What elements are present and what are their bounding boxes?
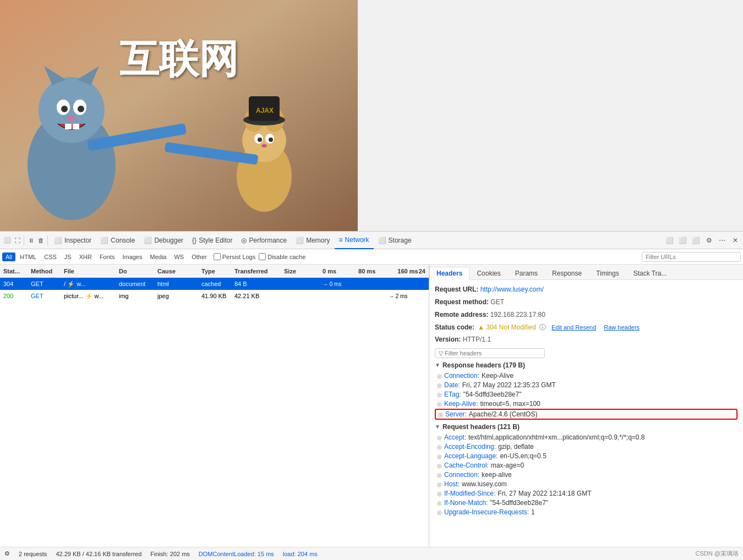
- network-table: Stat... Method File Do Cause Type Transf…: [0, 265, 429, 547]
- status-code-row: Status code: ▲ 304 Not Modified ⓘ Edit a…: [435, 323, 737, 332]
- request-header-connection: ◎ Connection: keep-alive: [435, 470, 737, 479]
- transferred-info: 42.29 KB / 42.16 KB transferred: [56, 551, 141, 557]
- right-panel: Headers Cookies Params Response Timings …: [429, 265, 743, 547]
- devtools-subtoolbar: All HTML CSS JS XHR Fonts Images Media W…: [0, 249, 743, 265]
- status-code-label: Status code:: [435, 323, 474, 331]
- tab-response[interactable]: Response: [545, 267, 589, 279]
- svg-point-2: [39, 77, 105, 143]
- tab-timings[interactable]: Timings: [589, 267, 626, 279]
- filter-headers-input[interactable]: [435, 348, 545, 358]
- disable-cache-checkbox[interactable]: [259, 253, 266, 260]
- request-headers-section[interactable]: ▼ Request headers (121 B): [435, 423, 737, 431]
- more-icon[interactable]: ⋯: [717, 235, 728, 246]
- table-row[interactable]: 304 GET / ⚡ w... document html cached 84…: [0, 278, 429, 290]
- tab-cookies[interactable]: Cookies: [469, 267, 507, 279]
- row2-timeline-text: → 2 ms: [389, 293, 407, 299]
- load-time[interactable]: load: 204 ms: [283, 551, 318, 557]
- svg-point-7: [61, 106, 68, 112]
- header-value: text/html,application/xhtml+xm...plicati…: [468, 433, 645, 441]
- filter-headers-row: [435, 348, 737, 358]
- raw-headers-button[interactable]: Raw headers: [602, 323, 642, 331]
- filter-ws-btn[interactable]: WS: [171, 252, 187, 261]
- tab-performance[interactable]: ◎ Performance: [237, 232, 291, 249]
- header-value: Apache/2.4.6 (CentOS): [469, 410, 538, 418]
- row2-method: GET: [28, 293, 61, 299]
- memory-label: Memory: [306, 237, 330, 244]
- filter-other-btn[interactable]: Other: [188, 252, 210, 261]
- timeline-0ms: 0 ms: [323, 268, 336, 274]
- timeline-24: 24: [419, 268, 425, 274]
- remote-address-label: Remote address:: [435, 311, 488, 319]
- header-icon: ◎: [437, 392, 442, 398]
- memory-icon: ⬜: [296, 237, 304, 244]
- row2-type: 41.90 KB: [198, 293, 231, 299]
- toolbar-separator: [24, 235, 24, 245]
- row2-timeline: → 2 ms: [319, 293, 429, 299]
- clear-icon[interactable]: 🗑: [36, 235, 46, 245]
- tab-stack-trace[interactable]: Stack Tra...: [626, 267, 674, 279]
- timeline-160ms: 160 ms: [397, 268, 418, 274]
- header-value: "54-5dffd3eeb28e7": [490, 499, 548, 507]
- request-url-value: http://www.lusey.com/: [480, 286, 544, 293]
- split-view-icon[interactable]: ⬜: [664, 235, 675, 246]
- request-header-accept-language: ◎ Accept-Language: en-US,en;q=0.5: [435, 452, 737, 460]
- request-headers-label: Request headers (121 B): [442, 423, 520, 431]
- style-editor-label: Style Editor: [199, 237, 232, 244]
- tab-style-editor[interactable]: {} Style Editor: [188, 232, 237, 249]
- pick-element-icon[interactable]: ⛶: [12, 235, 22, 245]
- devtools-panel: ⬜ ⛶ ⏸ 🗑 ⬜ Inspector ⬜ Console ⬜ Debugger…: [0, 231, 743, 560]
- disable-cache-checkbox-label[interactable]: Disable cache: [259, 253, 305, 260]
- filter-media-btn[interactable]: Media: [146, 252, 170, 261]
- filter-html-btn[interactable]: HTML: [17, 252, 40, 261]
- header-icon: ◎: [437, 444, 442, 450]
- tab-debugger[interactable]: ⬜ Debugger: [139, 232, 188, 249]
- header-icon: ◎: [437, 463, 442, 469]
- tab-headers[interactable]: Headers: [429, 267, 469, 280]
- header-name: Server:: [445, 410, 467, 418]
- pause-icon[interactable]: ⏸: [26, 235, 36, 245]
- tab-params[interactable]: Params: [508, 267, 545, 279]
- headers-tabs: Headers Cookies Params Response Timings …: [429, 265, 743, 280]
- persist-logs-checkbox[interactable]: [214, 253, 221, 260]
- filter-fonts-btn[interactable]: Fonts: [96, 252, 118, 261]
- status-help-icon[interactable]: ⓘ: [539, 323, 546, 332]
- table-row[interactable]: 200 GET pictur... ⚡ w... img jpeg 41.90 …: [0, 290, 429, 302]
- version-label: Version:: [435, 336, 461, 343]
- persist-logs-checkbox-label[interactable]: Persist Logs: [214, 253, 256, 260]
- tab-memory[interactable]: ⬜ Memory: [291, 232, 334, 249]
- header-icon: ◎: [437, 401, 442, 407]
- responsive-mode-icon[interactable]: ⬜: [2, 235, 12, 245]
- screenshot-icon[interactable]: ⬜: [690, 235, 701, 246]
- response-header-server: ◎ Server: Apache/2.4.6 (CentOS): [435, 409, 737, 420]
- request-header-if-none-match: ◎ If-None-Match: "54-5dffd3eeb28e7": [435, 498, 737, 507]
- request-header-accept: ◎ Accept: text/html,application/xhtml+xm…: [435, 433, 737, 442]
- settings-icon[interactable]: ⚙: [703, 235, 714, 246]
- header-name: Accept-Encoding:: [444, 443, 496, 451]
- header-name: ETag:: [444, 391, 461, 398]
- filter-images-btn[interactable]: Images: [119, 252, 145, 261]
- right-empty-panel: [358, 0, 743, 231]
- filter-urls-input[interactable]: [642, 252, 741, 262]
- response-headers-section[interactable]: ▼ Response headers (179 B): [435, 361, 737, 369]
- col-domain: Do: [116, 268, 154, 274]
- filter-js-btn[interactable]: JS: [61, 252, 75, 261]
- tab-storage[interactable]: ⬜ Storage: [374, 232, 416, 249]
- edit-resend-button[interactable]: Edit and Resend: [549, 323, 598, 331]
- close-icon[interactable]: ✕: [730, 235, 741, 246]
- row1-type: cached: [198, 281, 231, 287]
- filter-css-btn[interactable]: CSS: [41, 252, 60, 261]
- filter-all-btn[interactable]: All: [2, 252, 15, 261]
- debugger-label: Debugger: [154, 237, 183, 244]
- filter-xhr-btn[interactable]: XHR: [76, 252, 95, 261]
- tab-network[interactable]: ≡ Network: [335, 232, 374, 249]
- dock-icon[interactable]: ⬜: [677, 235, 688, 246]
- headers-content: Request URL: http://www.lusey.com/ Reque…: [429, 280, 743, 547]
- inspector-label: Inspector: [64, 237, 91, 244]
- tab-inspector[interactable]: ⬜ Inspector: [50, 232, 96, 249]
- browser-area: AJAX 互联网: [0, 0, 743, 231]
- status-icon: ⚙: [4, 550, 10, 557]
- svg-point-9: [67, 116, 76, 121]
- dom-loaded[interactable]: DOMContentLoaded: 15 ms: [199, 551, 274, 557]
- tab-console[interactable]: ⬜ Console: [96, 232, 139, 249]
- header-value: Keep-Alive: [482, 372, 513, 380]
